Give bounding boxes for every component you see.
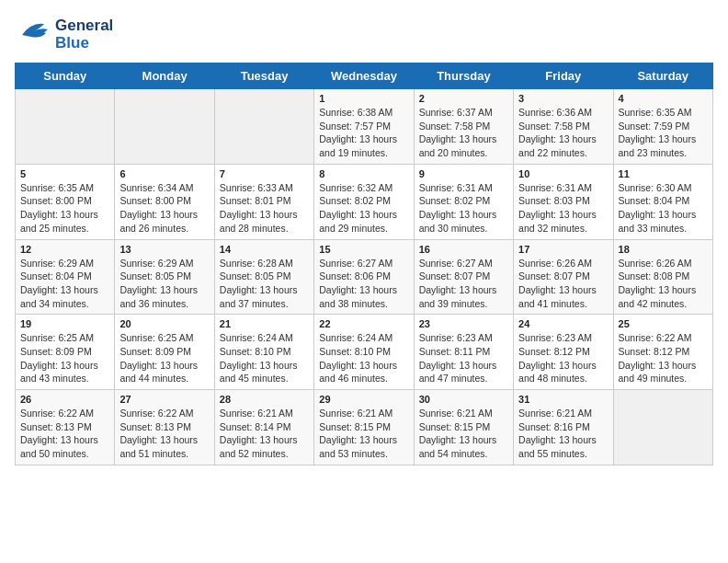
calendar-table: Sunday Monday Tuesday Wednesday Thursday… bbox=[15, 63, 713, 465]
day-number: 24 bbox=[518, 318, 608, 329]
logo: General Blue bbox=[15, 15, 113, 55]
day-info: Sunrise: 6:31 AM Sunset: 8:02 PM Dayligh… bbox=[419, 181, 508, 236]
calendar-header: Sunday Monday Tuesday Wednesday Thursday… bbox=[16, 63, 713, 89]
day-info: Sunrise: 6:26 AM Sunset: 8:08 PM Dayligh… bbox=[619, 257, 708, 311]
calendar-cell: 14Sunrise: 6:28 AM Sunset: 8:05 PM Dayli… bbox=[214, 239, 313, 315]
day-number: 2 bbox=[419, 93, 508, 104]
logo-icon bbox=[15, 15, 51, 52]
calendar-cell: 25Sunrise: 6:22 AM Sunset: 8:12 PM Dayli… bbox=[613, 315, 712, 390]
day-number: 31 bbox=[518, 394, 608, 405]
page-header: General Blue bbox=[15, 15, 713, 55]
calendar-cell: 1Sunrise: 6:38 AM Sunset: 7:57 PM Daylig… bbox=[314, 89, 414, 165]
day-info: Sunrise: 6:32 AM Sunset: 8:02 PM Dayligh… bbox=[319, 181, 408, 236]
day-number: 15 bbox=[319, 244, 408, 255]
col-saturday: Saturday bbox=[613, 63, 712, 89]
day-number: 29 bbox=[319, 394, 408, 405]
day-info: Sunrise: 6:33 AM Sunset: 8:01 PM Dayligh… bbox=[220, 181, 309, 236]
day-info: Sunrise: 6:22 AM Sunset: 8:13 PM Dayligh… bbox=[20, 407, 109, 461]
day-info: Sunrise: 6:27 AM Sunset: 8:07 PM Dayligh… bbox=[419, 257, 508, 311]
calendar-cell: 19Sunrise: 6:25 AM Sunset: 8:09 PM Dayli… bbox=[16, 315, 115, 390]
calendar-cell: 31Sunrise: 6:21 AM Sunset: 8:16 PM Dayli… bbox=[514, 390, 613, 465]
day-number: 22 bbox=[319, 318, 408, 329]
day-info: Sunrise: 6:22 AM Sunset: 8:12 PM Dayligh… bbox=[619, 331, 708, 385]
day-number: 5 bbox=[20, 168, 109, 179]
day-number: 23 bbox=[419, 318, 508, 329]
day-number: 19 bbox=[20, 318, 109, 329]
day-info: Sunrise: 6:37 AM Sunset: 7:58 PM Dayligh… bbox=[419, 106, 508, 160]
day-info: Sunrise: 6:27 AM Sunset: 8:06 PM Dayligh… bbox=[319, 257, 408, 311]
calendar-cell: 20Sunrise: 6:25 AM Sunset: 8:09 PM Dayli… bbox=[115, 315, 214, 390]
day-info: Sunrise: 6:30 AM Sunset: 8:04 PM Dayligh… bbox=[619, 181, 708, 236]
week-row-1: 1Sunrise: 6:38 AM Sunset: 7:57 PM Daylig… bbox=[16, 89, 713, 165]
day-number: 3 bbox=[518, 93, 608, 104]
calendar-cell: 13Sunrise: 6:29 AM Sunset: 8:05 PM Dayli… bbox=[115, 239, 214, 315]
day-info: Sunrise: 6:35 AM Sunset: 7:59 PM Dayligh… bbox=[619, 106, 708, 160]
day-number: 16 bbox=[419, 244, 508, 255]
day-number: 10 bbox=[518, 168, 608, 179]
day-number: 17 bbox=[518, 244, 608, 255]
calendar-cell: 30Sunrise: 6:21 AM Sunset: 8:15 PM Dayli… bbox=[414, 390, 513, 465]
day-info: Sunrise: 6:29 AM Sunset: 8:05 PM Dayligh… bbox=[119, 257, 209, 311]
day-number: 8 bbox=[319, 168, 408, 179]
calendar-cell: 24Sunrise: 6:23 AM Sunset: 8:12 PM Dayli… bbox=[514, 315, 613, 390]
calendar-cell: 16Sunrise: 6:27 AM Sunset: 8:07 PM Dayli… bbox=[414, 239, 513, 315]
day-number: 6 bbox=[119, 168, 209, 179]
day-number: 9 bbox=[419, 168, 508, 179]
col-thursday: Thursday bbox=[414, 63, 513, 89]
calendar-cell: 29Sunrise: 6:21 AM Sunset: 8:15 PM Dayli… bbox=[314, 390, 414, 465]
week-row-3: 12Sunrise: 6:29 AM Sunset: 8:04 PM Dayli… bbox=[16, 239, 713, 315]
day-info: Sunrise: 6:35 AM Sunset: 8:00 PM Dayligh… bbox=[20, 181, 109, 236]
calendar-cell: 9Sunrise: 6:31 AM Sunset: 8:02 PM Daylig… bbox=[414, 164, 513, 239]
col-tuesday: Tuesday bbox=[214, 63, 313, 89]
day-number: 30 bbox=[419, 394, 508, 405]
day-info: Sunrise: 6:29 AM Sunset: 8:04 PM Dayligh… bbox=[20, 257, 109, 311]
day-number: 27 bbox=[119, 394, 209, 405]
day-info: Sunrise: 6:38 AM Sunset: 7:57 PM Dayligh… bbox=[319, 106, 408, 160]
day-number: 25 bbox=[619, 318, 708, 329]
calendar-cell bbox=[214, 89, 313, 165]
day-info: Sunrise: 6:25 AM Sunset: 8:09 PM Dayligh… bbox=[20, 331, 109, 385]
header-row: Sunday Monday Tuesday Wednesday Thursday… bbox=[16, 63, 713, 89]
calendar-cell: 2Sunrise: 6:37 AM Sunset: 7:58 PM Daylig… bbox=[414, 89, 513, 165]
day-info: Sunrise: 6:24 AM Sunset: 8:10 PM Dayligh… bbox=[220, 331, 309, 385]
calendar-cell: 27Sunrise: 6:22 AM Sunset: 8:13 PM Dayli… bbox=[115, 390, 214, 465]
day-number: 26 bbox=[20, 394, 109, 405]
calendar-body: 1Sunrise: 6:38 AM Sunset: 7:57 PM Daylig… bbox=[16, 89, 713, 465]
calendar-cell: 5Sunrise: 6:35 AM Sunset: 8:00 PM Daylig… bbox=[16, 164, 115, 239]
day-number: 20 bbox=[119, 318, 209, 329]
day-info: Sunrise: 6:23 AM Sunset: 8:11 PM Dayligh… bbox=[419, 331, 508, 385]
day-number: 12 bbox=[20, 244, 109, 255]
day-number: 1 bbox=[319, 93, 408, 104]
calendar-cell: 12Sunrise: 6:29 AM Sunset: 8:04 PM Dayli… bbox=[16, 239, 115, 315]
day-info: Sunrise: 6:21 AM Sunset: 8:15 PM Dayligh… bbox=[319, 407, 408, 461]
day-number: 18 bbox=[619, 244, 708, 255]
calendar-cell: 8Sunrise: 6:32 AM Sunset: 8:02 PM Daylig… bbox=[314, 164, 414, 239]
day-number: 11 bbox=[619, 168, 708, 179]
day-info: Sunrise: 6:26 AM Sunset: 8:07 PM Dayligh… bbox=[518, 257, 608, 311]
calendar-cell: 22Sunrise: 6:24 AM Sunset: 8:10 PM Dayli… bbox=[314, 315, 414, 390]
day-info: Sunrise: 6:25 AM Sunset: 8:09 PM Dayligh… bbox=[119, 331, 209, 385]
day-number: 28 bbox=[220, 394, 309, 405]
calendar-cell: 11Sunrise: 6:30 AM Sunset: 8:04 PM Dayli… bbox=[613, 164, 712, 239]
calendar-cell: 7Sunrise: 6:33 AM Sunset: 8:01 PM Daylig… bbox=[214, 164, 313, 239]
day-number: 4 bbox=[619, 93, 708, 104]
day-info: Sunrise: 6:23 AM Sunset: 8:12 PM Dayligh… bbox=[518, 331, 608, 385]
calendar-cell: 26Sunrise: 6:22 AM Sunset: 8:13 PM Dayli… bbox=[16, 390, 115, 465]
calendar-cell bbox=[613, 390, 712, 465]
day-number: 21 bbox=[220, 318, 309, 329]
calendar-cell: 6Sunrise: 6:34 AM Sunset: 8:00 PM Daylig… bbox=[115, 164, 214, 239]
logo-text-blue: Blue bbox=[55, 35, 113, 52]
week-row-5: 26Sunrise: 6:22 AM Sunset: 8:13 PM Dayli… bbox=[16, 390, 713, 465]
day-number: 13 bbox=[119, 244, 209, 255]
day-info: Sunrise: 6:24 AM Sunset: 8:10 PM Dayligh… bbox=[319, 331, 408, 385]
col-wednesday: Wednesday bbox=[314, 63, 414, 89]
day-info: Sunrise: 6:31 AM Sunset: 8:03 PM Dayligh… bbox=[518, 181, 608, 236]
day-info: Sunrise: 6:36 AM Sunset: 7:58 PM Dayligh… bbox=[518, 106, 608, 160]
day-info: Sunrise: 6:34 AM Sunset: 8:00 PM Dayligh… bbox=[119, 181, 209, 236]
calendar-cell: 10Sunrise: 6:31 AM Sunset: 8:03 PM Dayli… bbox=[514, 164, 613, 239]
day-info: Sunrise: 6:21 AM Sunset: 8:14 PM Dayligh… bbox=[220, 407, 309, 461]
col-sunday: Sunday bbox=[16, 63, 115, 89]
week-row-4: 19Sunrise: 6:25 AM Sunset: 8:09 PM Dayli… bbox=[16, 315, 713, 390]
day-info: Sunrise: 6:22 AM Sunset: 8:13 PM Dayligh… bbox=[119, 407, 209, 461]
week-row-2: 5Sunrise: 6:35 AM Sunset: 8:00 PM Daylig… bbox=[16, 164, 713, 239]
